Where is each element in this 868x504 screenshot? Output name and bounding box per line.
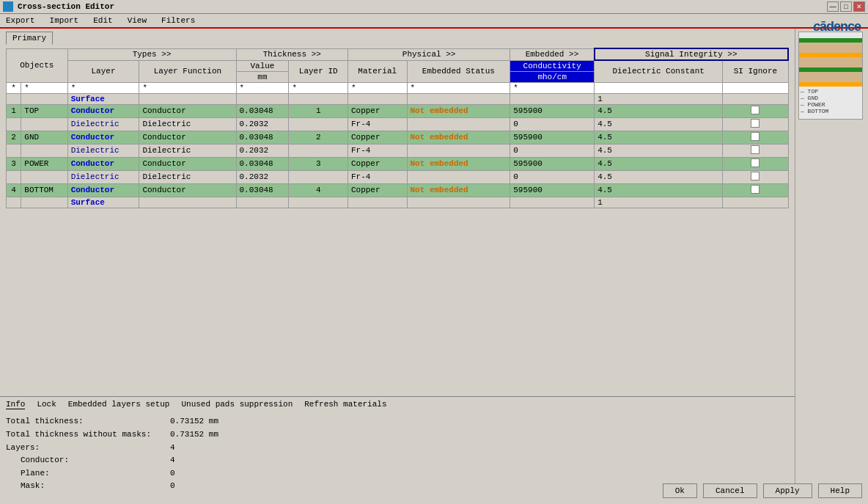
row-si-ignore[interactable] [723, 157, 788, 170]
row-num [7, 144, 21, 157]
total-thickness-value: 0.73152 mm [170, 415, 218, 428]
conductor-value: 4 [170, 454, 175, 467]
row-name: GND [21, 131, 67, 144]
plane-label: Plane: [21, 467, 167, 481]
row-conductivity: 0 [510, 170, 595, 183]
row-name [21, 117, 67, 131]
row-si-ignore[interactable] [723, 183, 788, 197]
row-embedded-status: Not embedded [407, 131, 510, 144]
ok-button[interactable]: Ok [663, 483, 697, 498]
row-layer-function: Conductor [139, 131, 236, 144]
info-section: Total thickness: 0.73152 mm Total thickn… [6, 415, 789, 493]
filter-name[interactable]: * [21, 82, 67, 93]
row-si-ignore[interactable] [723, 117, 788, 131]
mask-value: 0 [170, 480, 175, 493]
row-embedded-status [407, 197, 510, 208]
row-layer: Dielectric [67, 170, 139, 183]
close-button[interactable]: ✕ [853, 1, 865, 12]
filter-value[interactable]: * [236, 82, 289, 93]
si-ignore-checkbox[interactable] [751, 119, 760, 128]
menu-bar: Export Import Edit View Filters cādence [0, 14, 868, 29]
row-material: Copper [347, 104, 407, 117]
row-layer-id [289, 170, 348, 183]
menu-edit[interactable]: Edit [90, 15, 115, 26]
row-dielectric: 4.5 [595, 131, 723, 144]
thickness-mm-header: mm [236, 71, 289, 82]
si-ignore-checkbox[interactable] [751, 106, 760, 114]
row-conductivity [510, 197, 595, 208]
minimize-button[interactable]: — [827, 1, 839, 12]
row-layer-function: Conductor [139, 183, 236, 197]
row-layer-id [289, 144, 348, 157]
filter-layer-id[interactable]: * [289, 82, 348, 93]
si-ignore-checkbox[interactable] [751, 185, 760, 194]
row-value: 0.2032 [236, 144, 289, 157]
row-num: 4 [7, 183, 21, 197]
filter-material[interactable]: * [347, 82, 407, 93]
row-conductivity: 595900 [510, 104, 595, 117]
row-layer: Surface [67, 93, 139, 104]
row-layer: Dielectric [67, 117, 139, 131]
table-area: Objects Types >> Thickness >> Physical >… [0, 45, 795, 396]
row-material: Copper [347, 131, 407, 144]
preview-strip-dielectric2 [799, 57, 862, 67]
row-layer-id [289, 197, 348, 208]
si-ignore-checkbox[interactable] [751, 132, 760, 141]
filter-layer-function[interactable]: * [139, 82, 236, 93]
filter-layer[interactable]: * [67, 82, 139, 93]
row-conductivity: 0 [510, 117, 595, 131]
bottom-tabs: Info Lock Embedded layers setup Unused p… [6, 400, 789, 409]
signal-integrity-header: Signal Integrity >> [595, 48, 788, 60]
row-num [7, 197, 21, 208]
row-value: 0.03048 [236, 104, 289, 117]
menu-export[interactable]: Export [3, 15, 38, 26]
row-embedded-status: Not embedded [407, 157, 510, 170]
row-material [347, 93, 407, 104]
filter-embedded-status[interactable]: * [407, 82, 510, 93]
row-value [236, 93, 289, 104]
apply-button[interactable]: Apply [763, 483, 812, 498]
row-value: 0.03048 [236, 183, 289, 197]
total-thickness-no-masks-value: 0.73152 mm [170, 428, 218, 442]
tab-refresh-materials[interactable]: Refresh materials [304, 400, 386, 409]
si-ignore-checkbox[interactable] [751, 172, 760, 180]
row-si-ignore[interactable] [723, 131, 788, 144]
table-row: 4 BOTTOM Conductor Conductor 0.03048 4 C… [7, 183, 789, 197]
maximize-button[interactable]: □ [840, 1, 852, 12]
total-thickness-label: Total thickness: [6, 415, 167, 428]
row-layer-id: 2 [289, 131, 348, 144]
row-layer-function [139, 197, 236, 208]
table-row: Dielectric Dielectric 0.2032 Fr-4 0 4.5 [7, 170, 789, 183]
row-embedded-status [407, 117, 510, 131]
row-num [7, 93, 21, 104]
si-ignore-checkbox[interactable] [751, 145, 760, 154]
row-embedded-status [407, 170, 510, 183]
row-si-ignore [723, 197, 788, 208]
filter-num[interactable]: * [7, 82, 21, 93]
row-num [7, 117, 21, 131]
si-ignore-checkbox[interactable] [751, 158, 760, 167]
total-thickness-row: Total thickness: 0.73152 mm [6, 415, 789, 428]
filter-conductivity[interactable]: * [510, 82, 595, 93]
row-si-ignore[interactable] [723, 104, 788, 117]
tab-embedded-layers[interactable]: Embedded layers setup [68, 400, 170, 409]
help-button[interactable]: Help [818, 483, 862, 498]
cancel-button[interactable]: Cancel [703, 483, 757, 498]
row-si-ignore [723, 93, 788, 104]
menu-import[interactable]: Import [47, 15, 82, 26]
menu-view[interactable]: View [125, 15, 150, 26]
row-si-ignore[interactable] [723, 144, 788, 157]
tab-lock[interactable]: Lock [37, 400, 56, 409]
row-value: 0.2032 [236, 117, 289, 131]
row-layer-id: 3 [289, 157, 348, 170]
row-name: BOTTOM [21, 183, 67, 197]
table-row: 1 TOP Conductor Conductor 0.03048 1 Copp… [7, 104, 789, 117]
row-si-ignore[interactable] [723, 170, 788, 183]
menu-filters[interactable]: Filters [158, 15, 198, 26]
row-layer-function: Conductor [139, 104, 236, 117]
tab-unused-pads[interactable]: Unused pads suppression [181, 400, 293, 409]
tab-primary[interactable]: Primary [6, 32, 53, 45]
title-bar: Cross-section Editor — □ ✕ [0, 0, 868, 14]
row-material [347, 197, 407, 208]
tab-info[interactable]: Info [6, 400, 25, 409]
